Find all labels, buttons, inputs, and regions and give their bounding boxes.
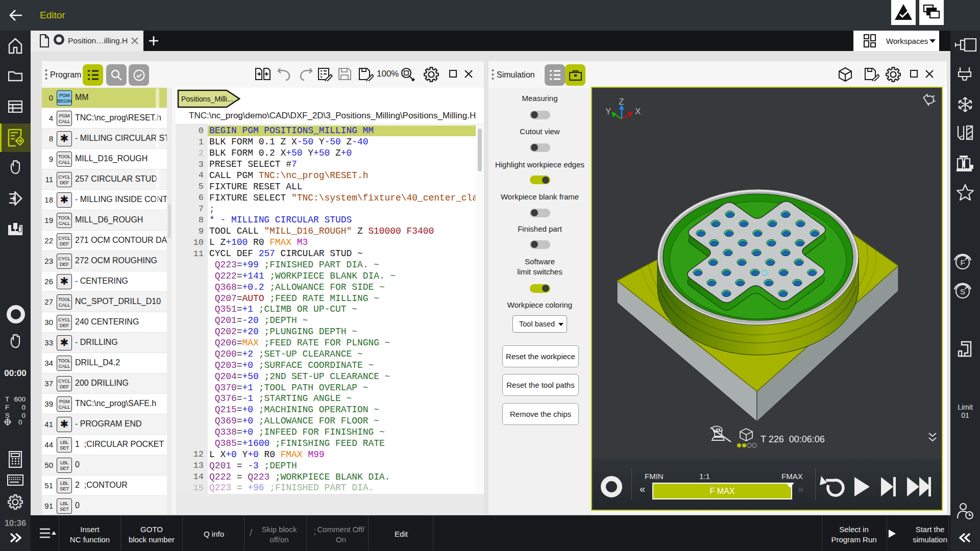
svg-text:Y: Y bbox=[605, 107, 611, 116]
svg-text:Positions_Milli...: Positions_Milli... bbox=[181, 95, 233, 103]
svg-text:F: F bbox=[960, 258, 965, 267]
svg-text:T 226 00:06:06: T 226 00:06:06 bbox=[761, 434, 825, 444]
svg-text:X: X bbox=[635, 107, 641, 116]
svg-text:S: S bbox=[960, 287, 965, 296]
